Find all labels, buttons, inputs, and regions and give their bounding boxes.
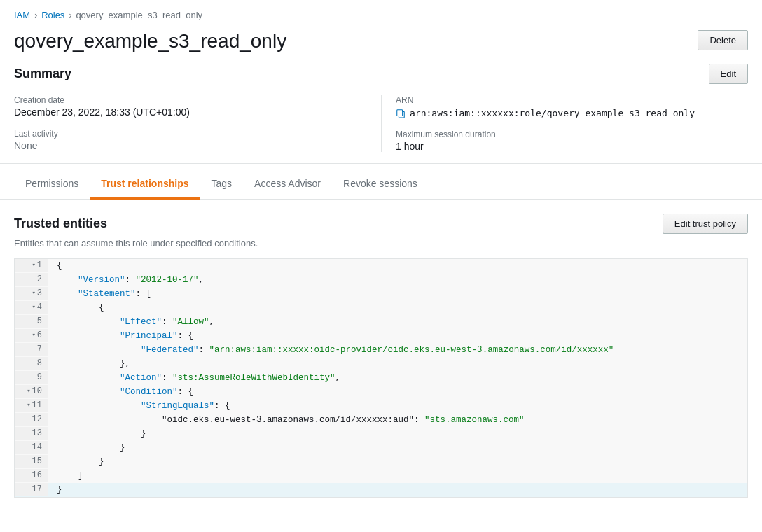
code-content-2: "Version": "2012-10-17",	[48, 273, 212, 287]
breadcrumb: IAM › Roles › qovery_example_s3_read_onl…	[0, 0, 762, 26]
code-content-5: "Effect": "Allow",	[48, 315, 223, 329]
line-number-15: 15	[15, 455, 48, 468]
code-line-8: 8 },	[15, 357, 747, 371]
creation-date-label: Creation date	[14, 95, 367, 105]
tab-revoke-sessions[interactable]: Revoke sessions	[332, 169, 429, 200]
fold-arrow-6[interactable]: ▾	[32, 330, 35, 340]
fold-arrow-11[interactable]: ▾	[27, 400, 30, 410]
arn-value: arn:aws:iam::xxxxxx:role/qovery_example_…	[410, 108, 695, 118]
summary-right: ARN arn:aws:iam::xxxxxx:role/qovery_exam…	[381, 95, 748, 152]
code-content-9: "Action": "sts:AssumeRoleWithWebIdentity…	[48, 371, 349, 385]
fold-arrow-4[interactable]: ▾	[32, 302, 35, 312]
code-line-3: ▾3 "Statement": [	[15, 287, 747, 301]
line-number-8: 8	[15, 357, 48, 370]
code-line-5: 5 "Effect": "Allow",	[15, 315, 747, 329]
breadcrumb-iam[interactable]: IAM	[14, 10, 30, 20]
code-content-16: ]	[48, 469, 92, 483]
line-number-11: ▾11	[15, 399, 48, 412]
code-content-8: },	[48, 357, 139, 371]
line-number-12: 12	[15, 413, 48, 426]
summary-grid: Creation date December 23, 2022, 18:33 (…	[14, 95, 748, 152]
breadcrumb-roles[interactable]: Roles	[41, 10, 64, 20]
code-content-3: "Statement": [	[48, 287, 160, 301]
line-number-3: ▾3	[15, 287, 48, 300]
code-line-13: 13 }	[15, 427, 747, 441]
code-line-12: 12 "oidc.eks.eu-west-3.amazonaws.com/id/…	[15, 413, 747, 427]
tab-trust-relationships[interactable]: Trust relationships	[90, 169, 200, 200]
line-number-17: 17	[15, 483, 48, 496]
summary-header-row: Summary Edit	[14, 64, 748, 84]
code-content-4: {	[48, 301, 113, 315]
copy-icon[interactable]	[396, 108, 406, 118]
breadcrumb-sep-1: ›	[34, 10, 37, 20]
edit-trust-policy-button[interactable]: Edit trust policy	[663, 214, 748, 234]
trusted-title: Trusted entities	[14, 216, 107, 231]
code-content-7: "Federated": "arn:aws:iam::xxxxx:oidc-pr…	[48, 343, 622, 357]
summary-title: Summary	[14, 66, 71, 81]
line-number-14: 14	[15, 441, 48, 454]
line-number-5: 5	[15, 315, 48, 328]
code-content-13: }	[48, 427, 155, 441]
code-content-10: "Condition": {	[48, 385, 202, 399]
arn-value-row: arn:aws:iam::xxxxxx:role/qovery_example_…	[396, 108, 748, 118]
code-line-2: 2 "Version": "2012-10-17",	[15, 273, 747, 287]
tabs-bar: Permissions Trust relationships Tags Acc…	[0, 169, 762, 200]
last-activity-value: None	[14, 140, 367, 151]
code-line-7: 7 "Federated": "arn:aws:iam::xxxxx:oidc-…	[15, 343, 747, 357]
svg-rect-1	[397, 109, 403, 115]
trusted-header-row: Trusted entities Edit trust policy	[14, 214, 748, 234]
fold-arrow-10[interactable]: ▾	[27, 386, 30, 396]
tab-permissions[interactable]: Permissions	[14, 169, 90, 200]
max-session-label: Maximum session duration	[396, 130, 748, 139]
line-number-4: ▾4	[15, 301, 48, 314]
breadcrumb-sep-2: ›	[69, 10, 71, 20]
code-line-14: 14 }	[15, 441, 747, 455]
page-container: IAM › Roles › qovery_example_s3_read_onl…	[0, 0, 762, 532]
summary-left: Creation date December 23, 2022, 18:33 (…	[14, 95, 381, 152]
fold-arrow-3[interactable]: ▾	[32, 288, 35, 298]
code-content-11: "StringEquals": {	[48, 399, 239, 413]
code-content-6: "Principal": {	[48, 329, 202, 343]
breadcrumb-current: qovery_example_s3_read_only	[76, 10, 202, 20]
line-number-7: 7	[15, 343, 48, 356]
code-line-1: ▾1{	[15, 259, 747, 273]
line-number-9: 9	[15, 371, 48, 384]
max-session-value: 1 hour	[396, 141, 748, 152]
tab-access-advisor[interactable]: Access Advisor	[243, 169, 332, 200]
code-line-15: 15 }	[15, 455, 747, 469]
edit-button[interactable]: Edit	[709, 64, 748, 84]
tab-tags[interactable]: Tags	[200, 169, 244, 200]
code-line-6: ▾6 "Principal": {	[15, 329, 747, 343]
line-number-13: 13	[15, 427, 48, 440]
line-number-1: ▾1	[15, 259, 48, 272]
trusted-subtitle: Entities that can assume this role under…	[14, 238, 748, 248]
line-number-10: ▾10	[15, 385, 48, 398]
page-title: qovery_example_s3_read_only	[14, 30, 286, 52]
code-content-12: "oidc.eks.eu-west-3.amazonaws.com/id/xxx…	[48, 413, 533, 427]
delete-button[interactable]: Delete	[698, 30, 748, 50]
last-activity-label: Last activity	[14, 129, 367, 139]
code-line-16: 16 ]	[15, 469, 747, 483]
trusted-section: Trusted entities Edit trust policy Entit…	[0, 200, 762, 498]
arn-label: ARN	[396, 95, 748, 105]
code-content-17: }	[48, 483, 71, 497]
code-line-9: 9 "Action": "sts:AssumeRoleWithWebIdenti…	[15, 371, 747, 385]
code-line-11: ▾11 "StringEquals": {	[15, 399, 747, 413]
header-row: qovery_example_s3_read_only Delete	[0, 26, 762, 64]
code-line-10: ▾10 "Condition": {	[15, 385, 747, 399]
fold-arrow-1[interactable]: ▾	[32, 260, 35, 270]
line-number-16: 16	[15, 469, 48, 482]
creation-date-value: December 23, 2022, 18:33 (UTC+01:00)	[14, 106, 367, 118]
code-line-17: 17}	[15, 483, 747, 497]
summary-section: Summary Edit Creation date December 23, …	[0, 64, 762, 164]
code-content-1: {	[48, 259, 71, 273]
line-number-2: 2	[15, 273, 48, 286]
code-line-4: ▾4 {	[15, 301, 747, 315]
line-number-6: ▾6	[15, 329, 48, 342]
code-block: ▾1{2 "Version": "2012-10-17",▾3 "Stateme…	[14, 258, 748, 498]
code-content-14: }	[48, 441, 134, 455]
code-content-15: }	[48, 455, 113, 469]
